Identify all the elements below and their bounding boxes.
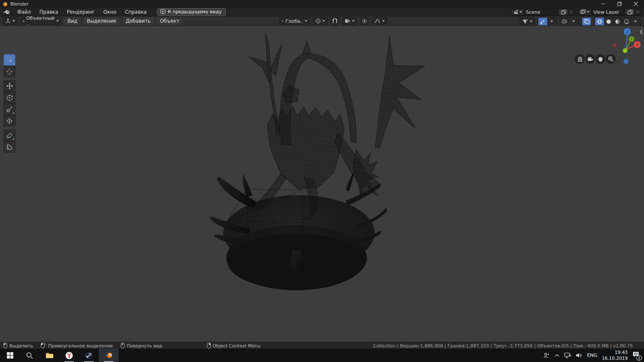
proportional-falloff-selector[interactable] <box>372 17 387 25</box>
tool-annotate[interactable] <box>3 130 15 141</box>
mouse-right-icon <box>207 343 211 348</box>
viewport-menu-view[interactable]: Вид <box>64 17 81 25</box>
menu-window[interactable]: Окно <box>99 8 121 16</box>
camera-view-button[interactable] <box>585 54 595 64</box>
start-button[interactable] <box>0 349 20 362</box>
volume-icon[interactable] <box>576 353 582 358</box>
menu-edit[interactable]: Правка <box>35 8 63 16</box>
viewport-menu-select[interactable]: Выделение <box>83 17 120 25</box>
menu-file[interactable]: Файл <box>13 8 35 16</box>
shading-wireframe-button[interactable] <box>595 18 604 25</box>
unlink-scene-button[interactable] <box>568 9 575 15</box>
action-center-button[interactable]: 2 <box>632 351 640 359</box>
scene-icon[interactable] <box>511 9 523 15</box>
viewport-3d[interactable]: Z Y X ❮ <box>0 26 644 342</box>
viewport-menu-object[interactable]: Объект <box>157 17 183 25</box>
toggle-perspective-button[interactable] <box>575 54 585 64</box>
view-layer-name-field[interactable]: View Layer <box>591 9 626 15</box>
navigation-axis-gizmo[interactable]: Z Y X <box>612 27 643 66</box>
tool-transform[interactable] <box>3 115 15 127</box>
show-overlays-toggle[interactable] <box>560 18 569 25</box>
scene-name-field[interactable]: Scene <box>523 9 559 15</box>
pivot-point-selector[interactable] <box>313 17 328 25</box>
wireframe-demon-model[interactable] <box>0 26 644 342</box>
xray-toggle[interactable] <box>582 18 591 25</box>
snap-target-selector[interactable] <box>342 17 357 25</box>
menu-render[interactable]: Рендеринг <box>63 8 99 16</box>
windows-taskbar: ENG 19:43 16.10.2019 2 <box>0 349 644 362</box>
menu-help[interactable]: Справка <box>121 8 151 16</box>
transform-orientation-selector[interactable]: Глоба.. <box>279 17 310 25</box>
title-bar: Blender <box>0 0 644 8</box>
network-icon[interactable] <box>564 353 571 358</box>
mouse-left-icon <box>3 343 7 348</box>
xray-icon <box>584 19 589 24</box>
orientation-axes-icon <box>282 18 284 24</box>
axis-neg-y[interactable] <box>623 48 628 53</box>
overlays-options-chevron[interactable] <box>569 18 578 25</box>
tool-select-box[interactable] <box>3 54 15 66</box>
language-indicator[interactable]: ENG <box>587 353 597 358</box>
view-layer-selector[interactable]: View Layer <box>578 9 642 15</box>
status-bar: Выделить Прямоугольное выделение Поверну… <box>0 342 644 349</box>
axis-neg-z[interactable] <box>623 59 629 64</box>
taskbar-clock[interactable]: 19:43 16.10.2019 <box>602 350 628 361</box>
gizmo-options-chevron[interactable] <box>547 18 556 25</box>
tool-measure[interactable] <box>3 141 15 153</box>
svg-text:Z: Z <box>626 30 629 34</box>
mode-selector-value: Объектный .. <box>26 15 55 27</box>
top-menu-bar: Файл Правка Рендеринг Окно Справка К пре… <box>0 8 644 16</box>
view-layer-browse-chevron <box>587 11 589 13</box>
blender-menu-icon[interactable] <box>3 9 10 15</box>
transform-orientation-value: Глоба.. <box>286 18 303 24</box>
shading-solid-button[interactable] <box>604 18 613 25</box>
blender-logo-icon <box>2 1 8 7</box>
people-icon[interactable] <box>544 353 550 359</box>
taskbar-yandex-button[interactable] <box>59 349 79 362</box>
clock-date: 16.10.2019 <box>602 356 628 361</box>
sidebar-collapse-arrow[interactable]: ❮ <box>640 29 643 34</box>
falloff-curve-icon <box>374 18 380 24</box>
scene-selector[interactable]: Scene <box>511 9 575 15</box>
shading-material-button[interactable] <box>613 18 622 25</box>
new-view-layer-button[interactable] <box>626 9 634 15</box>
remove-view-layer-button[interactable] <box>634 9 641 15</box>
taskbar-search-button[interactable] <box>20 349 39 362</box>
notification-badge: 2 <box>636 355 642 361</box>
editor-3d-viewport-icon <box>5 18 11 24</box>
tool-cursor[interactable] <box>3 66 15 77</box>
editor-type-chevron <box>12 20 15 22</box>
hidden-icons-chevron[interactable] <box>555 354 559 357</box>
minimize-button[interactable] <box>595 0 611 8</box>
object-mode-icon <box>23 19 24 24</box>
visibility-chevron <box>530 21 532 22</box>
taskbar-explorer-button[interactable] <box>39 349 59 362</box>
new-scene-button[interactable] <box>559 9 568 15</box>
snap-target-icon <box>345 18 350 24</box>
back-to-previous-view-button[interactable]: К предыдущему виду <box>157 8 226 16</box>
axis-neg-x[interactable] <box>613 43 617 48</box>
pan-view-button[interactable] <box>595 54 605 64</box>
view-layer-icon[interactable] <box>579 9 591 15</box>
tool-rotate[interactable] <box>3 92 15 103</box>
editor-type-button[interactable] <box>3 17 18 25</box>
mode-selector[interactable]: Объектный .. <box>20 17 61 25</box>
hint-rotate-view: Повернуть вид <box>121 343 162 348</box>
close-button[interactable] <box>628 0 644 8</box>
tool-move[interactable] <box>3 80 15 92</box>
shading-options-chevron[interactable] <box>631 18 640 25</box>
snap-toggle[interactable] <box>331 17 339 25</box>
restore-button[interactable] <box>611 0 628 8</box>
object-type-visibility-selector[interactable] <box>519 18 535 25</box>
show-gizmo-toggle[interactable] <box>538 18 547 25</box>
tool-scale[interactable] <box>3 103 15 115</box>
wireframe-shading-icon <box>597 19 602 24</box>
clock-time: 19:43 <box>602 350 628 355</box>
mouse-left-drag-icon <box>41 343 46 348</box>
gizmo-icon <box>540 19 546 24</box>
proportional-editing-toggle[interactable] <box>360 17 369 25</box>
viewport-menu-add[interactable]: Добавить <box>122 17 154 25</box>
taskbar-blender-button[interactable] <box>99 349 118 362</box>
taskbar-steam-button[interactable] <box>79 349 99 362</box>
shading-rendered-button[interactable] <box>622 18 631 25</box>
